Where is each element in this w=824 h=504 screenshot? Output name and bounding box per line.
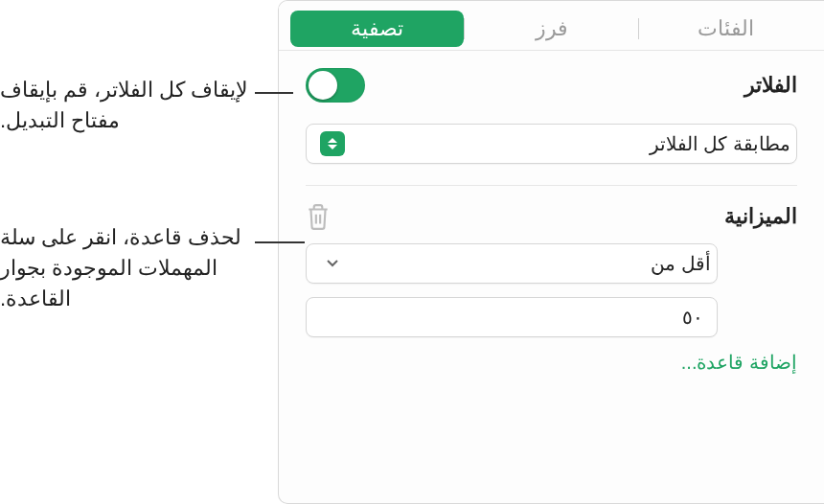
comparator-label: أقل من xyxy=(345,252,711,275)
match-mode-label: مطابقة كل الفلاتر xyxy=(345,132,790,155)
budget-title: الميزانية xyxy=(724,204,797,229)
tab-separator xyxy=(638,18,639,39)
rule-value-input[interactable]: ٥٠ xyxy=(306,297,718,337)
match-mode-select[interactable]: مطابقة كل الفلاتر xyxy=(306,124,797,164)
tab-separator xyxy=(464,18,465,39)
tabs-bar: الفئات فرز تصفية xyxy=(279,1,824,51)
inspector-panel: الفئات فرز تصفية الفلاتر مطابقة كل الفلا… xyxy=(278,0,824,504)
tab-filter[interactable]: تصفية xyxy=(290,11,464,47)
tab-categories[interactable]: الفئات xyxy=(639,11,813,47)
callout-leader-line xyxy=(255,241,305,243)
stepper-arrows-icon xyxy=(320,131,345,156)
toggle-knob xyxy=(309,71,337,100)
filters-header: الفلاتر xyxy=(306,68,797,103)
callout-leader-line xyxy=(255,92,293,94)
filters-title: الفلاتر xyxy=(744,73,797,98)
filters-master-toggle[interactable] xyxy=(306,68,365,103)
comparator-select[interactable]: أقل من xyxy=(306,243,718,284)
rule-value: ٥٠ xyxy=(682,306,703,329)
callout-trash: لحذف قاعدة، انقر على سلة المهملات الموجو… xyxy=(0,222,249,314)
tab-sort[interactable]: فرز xyxy=(465,11,638,47)
chevron-down-icon xyxy=(320,251,345,276)
budget-header: الميزانية xyxy=(306,203,797,230)
section-divider xyxy=(306,185,797,186)
callout-toggle: لإيقاف كل الفلاتر، قم بإيقاف مفتاح التبد… xyxy=(0,75,249,136)
trash-icon[interactable] xyxy=(306,203,331,230)
panel-body: الفلاتر مطابقة كل الفلاتر الميزانية xyxy=(279,51,824,374)
add-rule-button[interactable]: إضافة قاعدة... xyxy=(306,351,797,374)
